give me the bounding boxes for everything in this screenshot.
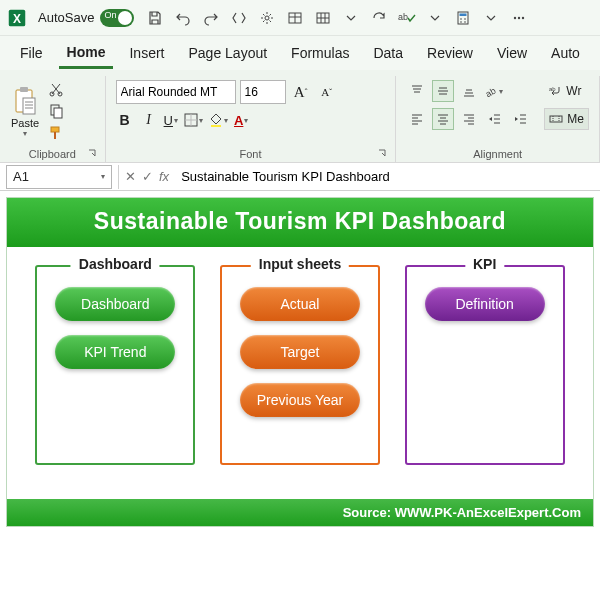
format-painter-icon[interactable] (46, 124, 66, 142)
panel-kpi: KPI Definition (405, 265, 565, 465)
panel-input-title: Input sheets (251, 256, 349, 272)
align-center-button[interactable] (432, 108, 454, 130)
bold-button[interactable]: B (116, 111, 134, 129)
save-icon[interactable] (144, 7, 166, 29)
paste-label: Paste (11, 117, 39, 129)
merge-center-button[interactable]: Me (544, 108, 589, 130)
svg-rect-7 (460, 13, 467, 16)
underline-button[interactable]: U▾ (164, 110, 178, 130)
autosave-state: On (104, 10, 116, 20)
calculator-icon[interactable] (452, 7, 474, 29)
font-size-select[interactable] (240, 80, 286, 104)
name-box[interactable]: A1 ▾ (6, 165, 112, 189)
formula-bar-row: A1 ▾ ✕ ✓ fx (0, 163, 600, 191)
orientation-button[interactable]: ab▾ (484, 81, 503, 101)
link-kpi-trend[interactable]: KPI Trend (55, 335, 175, 369)
link-dashboard[interactable]: Dashboard (55, 287, 175, 321)
enter-formula-icon[interactable]: ✓ (142, 169, 153, 184)
paste-button[interactable]: Paste ▾ (10, 85, 40, 138)
align-left-button[interactable] (406, 108, 428, 130)
svg-rect-23 (54, 132, 56, 139)
group-clipboard: Paste ▾ Clipboard (0, 76, 106, 162)
tab-data[interactable]: Data (365, 39, 411, 67)
italic-button[interactable]: I (140, 111, 158, 129)
svg-text:ab: ab (484, 86, 497, 98)
copy-icon[interactable] (46, 102, 66, 120)
link-target[interactable]: Target (240, 335, 360, 369)
panel-kpi-title: KPI (465, 256, 504, 272)
decrease-indent-button[interactable] (484, 108, 506, 130)
align-bottom-button[interactable] (458, 80, 480, 102)
undo-icon[interactable] (172, 7, 194, 29)
excel-app-icon: X (6, 7, 28, 29)
borders-button[interactable]: ▾ (184, 110, 203, 130)
spell-check-icon[interactable]: ab (396, 7, 418, 29)
link-definition[interactable]: Definition (425, 287, 545, 321)
chevron-down-icon[interactable] (480, 7, 502, 29)
clipboard-paste-icon (10, 85, 40, 117)
source-attribution: Source: WWW.PK-AnExcelExpert.Com (7, 499, 593, 526)
svg-point-11 (465, 21, 467, 23)
autosave-label: AutoSave (38, 10, 94, 25)
decrease-font-size-button[interactable]: Aˇ (316, 81, 338, 103)
link-actual[interactable]: Actual (240, 287, 360, 321)
panel-dashboard: Dashboard Dashboard KPI Trend (35, 265, 195, 465)
tab-view[interactable]: View (489, 39, 535, 67)
tab-insert[interactable]: Insert (121, 39, 172, 67)
cut-icon[interactable] (46, 80, 66, 98)
align-middle-button[interactable] (432, 80, 454, 102)
increase-font-size-button[interactable]: Aˆ (290, 81, 312, 103)
svg-rect-21 (54, 108, 62, 118)
panel-input-sheets: Input sheets Actual Target Previous Year (220, 265, 380, 465)
increase-indent-button[interactable] (510, 108, 532, 130)
tab-page-layout[interactable]: Page Layout (180, 39, 275, 67)
svg-point-8 (461, 18, 463, 20)
group-clipboard-label: Clipboard (29, 148, 76, 160)
cancel-formula-icon[interactable]: ✕ (125, 169, 136, 184)
wrap-text-button[interactable]: abWr (544, 80, 589, 102)
link-previous-year[interactable]: Previous Year (240, 383, 360, 417)
svg-text:ab: ab (549, 86, 556, 92)
tab-review[interactable]: Review (419, 39, 481, 67)
table-icon[interactable] (284, 7, 306, 29)
svg-point-10 (461, 21, 463, 23)
tab-home[interactable]: Home (59, 38, 114, 69)
code-brackets-icon[interactable] (228, 7, 250, 29)
dialog-launcher-icon[interactable] (87, 148, 97, 158)
autosave-toggle[interactable]: On (100, 9, 134, 27)
redo-arrow-icon[interactable] (368, 7, 390, 29)
chevron-down-icon: ▾ (101, 172, 105, 181)
autosave-control[interactable]: AutoSave On (38, 9, 134, 27)
svg-rect-25 (211, 125, 221, 127)
font-color-button[interactable]: A▾ (234, 110, 248, 130)
fill-color-button[interactable]: ▾ (209, 110, 228, 130)
settings-gear-icon[interactable] (256, 7, 278, 29)
group-alignment-label: Alignment (473, 148, 522, 160)
worksheet-area[interactable]: Sustainable Tourism KPI Dashboard Dashbo… (0, 191, 600, 527)
tab-automate[interactable]: Auto (543, 39, 588, 67)
svg-rect-16 (20, 87, 28, 92)
formula-bar-input[interactable] (175, 165, 600, 189)
ribbon: Paste ▾ Clipboard Aˆ Aˇ B I U▾ ▾ (0, 70, 600, 163)
redo-icon[interactable] (200, 7, 222, 29)
align-top-button[interactable] (406, 80, 428, 102)
chevron-down-icon[interactable] (424, 7, 446, 29)
dashboard-frame: Sustainable Tourism KPI Dashboard Dashbo… (6, 197, 594, 527)
group-font: Aˆ Aˇ B I U▾ ▾ ▾ A▾ Font (106, 76, 397, 162)
svg-rect-28 (550, 116, 562, 122)
chevron-down-icon[interactable] (340, 7, 362, 29)
overflow-icon[interactable] (508, 7, 530, 29)
font-family-select[interactable] (116, 80, 236, 104)
quick-access-toolbar: ab (144, 7, 594, 29)
tab-formulas[interactable]: Formulas (283, 39, 357, 67)
border-grid-icon[interactable] (312, 7, 334, 29)
title-bar: X AutoSave On ab (0, 0, 600, 36)
fx-icon[interactable]: fx (159, 169, 169, 184)
dialog-launcher-icon[interactable] (377, 148, 387, 158)
svg-point-13 (518, 16, 520, 18)
align-right-button[interactable] (458, 108, 480, 130)
svg-point-14 (522, 16, 524, 18)
tab-file[interactable]: File (12, 39, 51, 67)
cell-reference: A1 (13, 169, 29, 184)
svg-text:X: X (13, 11, 21, 25)
